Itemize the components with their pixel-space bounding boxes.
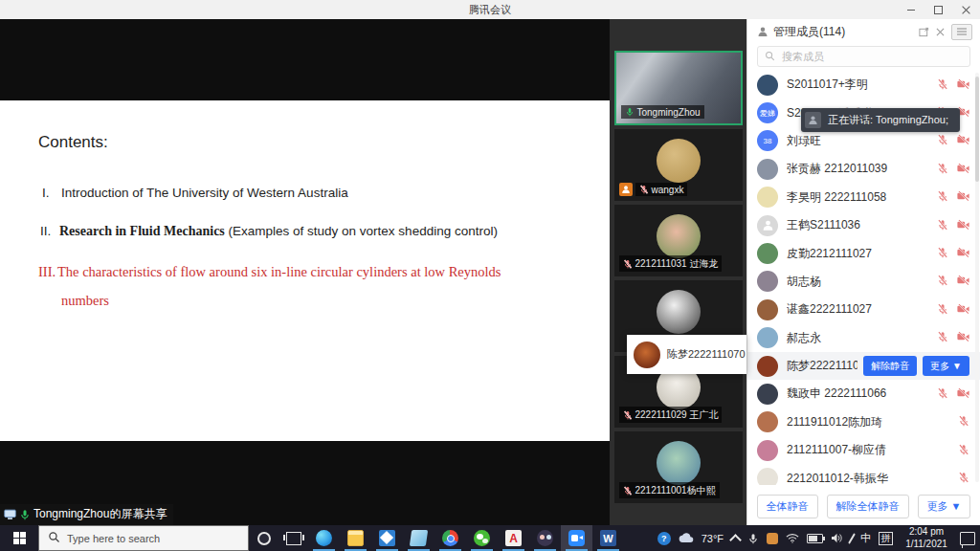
tile-name-label: 2222111029 王广北 xyxy=(619,407,723,423)
scrollbar-thumb[interactable] xyxy=(975,77,979,182)
slide-item-1-text: Introduction of The University of Wester… xyxy=(61,186,348,200)
video-tile[interactable]: TongmingZhou xyxy=(614,51,743,125)
meeting-taskbar-button[interactable] xyxy=(561,525,592,551)
presentation-slide: Contents: I.Introduction of The Universi… xyxy=(0,100,610,441)
ime-mode-button[interactable]: 拼 xyxy=(879,532,893,545)
member-row[interactable]: 王鹤S2111036 xyxy=(747,211,980,239)
mic-muted-icon xyxy=(958,442,969,459)
video-tile[interactable]: 2212111031 过海龙 xyxy=(614,205,743,276)
tile-bottom-bar: TongmingZhou xyxy=(621,105,704,119)
video-tile[interactable]: 2212111001杨中熙 xyxy=(614,431,743,503)
start-button[interactable] xyxy=(0,525,38,551)
participant-avatar xyxy=(657,214,701,258)
close-button[interactable] xyxy=(952,0,980,19)
panel-close-icon[interactable] xyxy=(936,28,945,36)
member-status-icons xyxy=(937,188,969,206)
action-center-icon xyxy=(960,532,975,545)
mic-muted-icon xyxy=(937,245,948,262)
participant-avatar xyxy=(657,139,701,183)
mail-icon xyxy=(379,530,395,546)
search-icon xyxy=(48,531,60,545)
member-status-icons xyxy=(937,301,969,319)
qq-taskbar-button[interactable] xyxy=(529,525,561,551)
wifi-icon[interactable] xyxy=(786,533,799,543)
clock[interactable]: 2:04 pm 1/11/2021 xyxy=(901,526,952,550)
task-view-button[interactable] xyxy=(278,525,308,551)
battery-glyph xyxy=(807,534,823,543)
member-row[interactable]: 2112111007-柳应倩 xyxy=(747,436,980,464)
member-avatar xyxy=(757,215,778,236)
action-center-button[interactable] xyxy=(960,532,975,545)
member-row[interactable]: 张贡赫 2212011039 xyxy=(747,155,980,183)
member-more-button[interactable]: 更多 ▼ xyxy=(923,356,969,376)
member-name: 2111911012陈加琦 xyxy=(787,414,952,430)
battery-icon[interactable] xyxy=(807,534,823,543)
mic-muted-icon xyxy=(623,486,633,496)
tray-expand-button[interactable] xyxy=(731,533,740,544)
popout-icon[interactable] xyxy=(919,27,929,37)
word-taskbar-button[interactable] xyxy=(592,525,624,551)
slide-heading: Contents: xyxy=(38,133,108,152)
monitor-icon xyxy=(4,509,16,520)
member-row[interactable]: 谌鑫2222111027 xyxy=(747,296,980,323)
minimize-button[interactable] xyxy=(897,0,924,19)
microphone-tray-icon[interactable] xyxy=(747,533,759,544)
taskbar-search[interactable]: Type here to search xyxy=(38,525,249,551)
footer-more-button[interactable]: 更多 ▼ xyxy=(918,495,971,518)
wechat-taskbar-button[interactable] xyxy=(466,525,498,551)
member-avatar xyxy=(757,271,778,292)
photos-taskbar-button[interactable] xyxy=(403,525,434,551)
member-row[interactable]: 魏政申 2222111066 xyxy=(747,380,980,408)
taskbar-search-placeholder: Type here to search xyxy=(67,533,160,544)
panel-menu-button[interactable] xyxy=(951,24,972,40)
member-panel-title: 管理成员(114) xyxy=(773,24,845,40)
member-row[interactable]: 皮勤2212111027 xyxy=(747,239,980,267)
member-name: 李昊明 2222111058 xyxy=(787,189,931,206)
participant-name: wangxk xyxy=(652,185,684,195)
unmute-member-button[interactable]: 解除静音 xyxy=(863,356,917,376)
help-button[interactable] xyxy=(657,532,671,545)
member-status-icons xyxy=(937,386,969,403)
video-tile[interactable]: wangxk xyxy=(614,129,743,201)
member-search-box[interactable] xyxy=(757,46,970,67)
unmute-all-button[interactable]: 解除全体静音 xyxy=(827,495,909,518)
clock-date: 1/11/2021 xyxy=(901,539,952,551)
volume-icon[interactable] xyxy=(831,533,843,543)
member-row[interactable]: S2011017+李明 xyxy=(747,71,980,99)
participant-name: 2212111031 过海龙 xyxy=(635,257,719,271)
slide-item-2-num: II. xyxy=(40,224,59,238)
member-avatar xyxy=(757,356,778,377)
member-row[interactable]: 李昊明 2222111058 xyxy=(747,184,980,211)
member-row[interactable]: 郝志永 xyxy=(747,324,980,352)
member-status-icons xyxy=(937,329,969,346)
mute-all-button[interactable]: 全体静音 xyxy=(757,495,818,518)
member-row[interactable]: 2111911012陈加琦 xyxy=(747,408,980,436)
ime-language-button[interactable]: 中 xyxy=(860,531,871,545)
member-avatar xyxy=(757,384,778,405)
acrobat-taskbar-button[interactable] xyxy=(498,525,529,551)
chrome-taskbar-button[interactable] xyxy=(434,525,466,551)
explorer-taskbar-button[interactable] xyxy=(340,525,371,551)
edge-taskbar-button[interactable] xyxy=(308,525,340,551)
member-status-icons xyxy=(937,132,969,149)
weather-widget[interactable] xyxy=(679,533,694,543)
member-search-input[interactable] xyxy=(780,50,947,63)
mic-muted-icon xyxy=(623,410,633,420)
member-row[interactable]: 胡志杨 xyxy=(747,268,980,296)
member-list: S2011017+李明 爱娣S2011062潘爱娣 38刘琭旺 张贡赫 2212… xyxy=(747,71,980,485)
acrobat-icon xyxy=(505,530,522,546)
member-avatar xyxy=(757,468,778,485)
desktop-screen: 腾讯会议 Contents: I.Introduction of The Uni… xyxy=(0,0,980,551)
panel-scrollbar[interactable] xyxy=(975,73,979,482)
tray-app-icon[interactable] xyxy=(767,533,778,544)
member-row[interactable]: 陈梦2222111070解除静音更多 ▼ xyxy=(747,352,980,380)
video-strip: TongmingZhou wangxk 2212111031 过海龙 22221… xyxy=(610,19,746,525)
participant-name: 2212111001杨中熙 xyxy=(635,484,716,497)
cortana-button[interactable] xyxy=(249,525,278,551)
window-controls xyxy=(897,0,980,19)
participant-avatar xyxy=(657,290,701,334)
pen-icon[interactable] xyxy=(851,533,853,544)
mail-taskbar-button[interactable] xyxy=(371,525,403,551)
member-row[interactable]: 2212011012-韩振华 xyxy=(747,464,980,485)
restore-button[interactable] xyxy=(924,0,952,19)
